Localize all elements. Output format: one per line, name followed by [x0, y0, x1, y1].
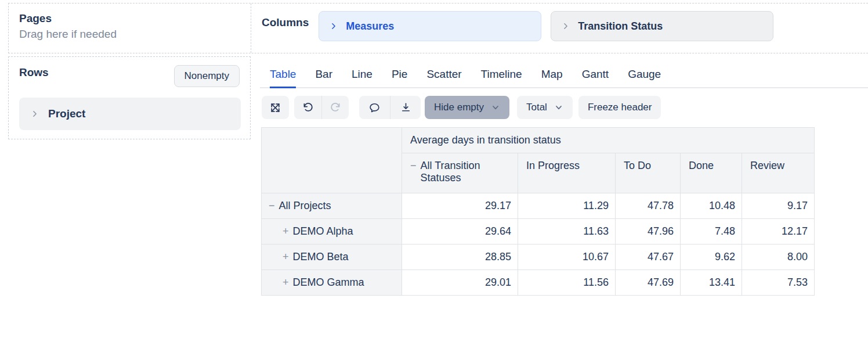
tab-pie[interactable]: Pie — [392, 62, 407, 87]
tab-gantt[interactable]: Gantt — [582, 62, 609, 87]
data-cell[interactable]: 8.00 — [742, 245, 815, 270]
data-cell[interactable]: 9.62 — [681, 245, 742, 270]
data-cell[interactable]: 28.85 — [402, 245, 518, 270]
pages-title: Pages — [19, 11, 240, 26]
collapse-icon[interactable]: − — [269, 200, 275, 212]
table-row-all-projects: −All Projects29.1711.2947.7810.489.17 — [262, 193, 815, 219]
chevron-down-icon — [491, 103, 500, 112]
row-header-demo-beta[interactable]: +DEMO Beta — [262, 245, 402, 270]
data-cell[interactable]: 47.67 — [616, 245, 681, 270]
comment-export-group — [359, 96, 421, 119]
data-cell[interactable]: 10.67 — [518, 245, 616, 270]
pages-dropzone[interactable]: Pages Drag here if needed — [9, 3, 251, 53]
row-header-label: All Projects — [279, 200, 331, 212]
rows-dimension-label: Project — [48, 107, 85, 120]
row-header-demo-gamma[interactable]: +DEMO Gamma — [262, 270, 402, 296]
column-header-content: In Progress — [526, 160, 607, 172]
tab-table[interactable]: Table — [270, 62, 296, 88]
column-header-in-progress[interactable]: In Progress — [518, 153, 616, 193]
column-header-content: Review — [750, 160, 806, 172]
data-cell[interactable]: 9.17 — [742, 193, 815, 219]
rows-dimension-project[interactable]: Project — [19, 98, 241, 130]
data-cell[interactable]: 7.48 — [681, 219, 742, 245]
row-header-all-projects[interactable]: −All Projects — [262, 193, 402, 219]
row-header-demo-alpha[interactable]: +DEMO Alpha — [262, 219, 402, 245]
pivot-table-container: Average days in transition status−All Tr… — [261, 127, 815, 296]
column-header-content: Done — [689, 160, 733, 172]
data-cell[interactable]: 29.17 — [402, 193, 518, 219]
column-header-label: To Do — [624, 160, 651, 172]
row-header-label: DEMO Alpha — [293, 225, 353, 238]
data-cell[interactable]: 29.01 — [402, 270, 518, 296]
export-button[interactable] — [390, 96, 421, 119]
rows-title: Rows — [19, 65, 49, 80]
expand-plus-icon[interactable]: + — [283, 225, 289, 238]
redo-icon — [330, 102, 342, 114]
columns-title: Columns — [262, 16, 309, 29]
columns-dimension-transition-status[interactable]: Transition Status — [551, 11, 773, 41]
tab-scatter[interactable]: Scatter — [426, 62, 461, 87]
column-header-to-do[interactable]: To Do — [616, 153, 681, 193]
column-header-label: In Progress — [526, 160, 580, 172]
data-cell[interactable]: 29.64 — [402, 219, 518, 245]
columns-chip-row: MeasuresTransition Status — [319, 11, 773, 41]
column-header-review[interactable]: Review — [742, 153, 815, 193]
undo-icon — [302, 102, 314, 114]
hide-empty-dropdown[interactable]: Hide empty — [425, 96, 509, 119]
chart-type-tabs: TableBarLinePieScatterTimelineMapGanttGa… — [260, 62, 868, 88]
columns-dimension-measures[interactable]: Measures — [319, 11, 541, 41]
data-cell[interactable]: 47.78 — [616, 193, 681, 219]
tab-bar[interactable]: Bar — [315, 62, 332, 87]
pivot-body: −All Projects29.1711.2947.7810.489.17+DE… — [262, 193, 815, 296]
download-icon — [400, 102, 412, 114]
data-cell[interactable]: 10.48 — [681, 193, 742, 219]
column-header-label: All Transition Statuses — [421, 160, 509, 184]
expand-all-button[interactable] — [262, 96, 289, 119]
column-header-done[interactable]: Done — [681, 153, 742, 193]
redo-button[interactable] — [321, 96, 349, 119]
total-dropdown[interactable]: Total — [517, 96, 573, 119]
pages-hint: Drag here if needed — [19, 26, 240, 42]
tab-map[interactable]: Map — [541, 62, 563, 87]
layout-top-band: Pages Drag here if needed Columns Measur… — [8, 3, 868, 53]
columns-dimension-label: Measures — [346, 20, 394, 33]
undo-button[interactable] — [294, 96, 321, 119]
pivot-head: Average days in transition status−All Tr… — [262, 128, 815, 193]
column-header-all-transition-statuses[interactable]: −All Transition Statuses — [402, 153, 518, 193]
data-cell[interactable]: 13.41 — [681, 270, 742, 296]
chevron-right-icon — [330, 22, 338, 30]
column-header-content: −All Transition Statuses — [410, 160, 509, 184]
table-row-demo-alpha: +DEMO Alpha29.6411.6347.967.4812.17 — [262, 219, 815, 245]
data-cell[interactable]: 11.63 — [518, 219, 616, 245]
nonempty-button[interactable]: Nonempty — [174, 65, 240, 87]
tab-gauge[interactable]: Gauge — [628, 62, 661, 87]
column-header-label: Done — [689, 160, 714, 172]
expand-plus-icon[interactable]: + — [283, 251, 289, 263]
collapse-icon[interactable]: − — [410, 160, 417, 172]
tab-line[interactable]: Line — [352, 62, 372, 87]
chevron-right-icon — [31, 110, 39, 118]
comment-button[interactable] — [359, 96, 390, 119]
data-cell[interactable]: 7.53 — [742, 270, 815, 296]
row-header-content: +DEMO Gamma — [283, 276, 402, 289]
expand-icon — [269, 102, 281, 114]
columns-dimension-label: Transition Status — [578, 20, 663, 33]
hide-empty-label: Hide empty — [434, 102, 484, 113]
total-label: Total — [526, 102, 547, 113]
expand-plus-icon[interactable]: + — [283, 276, 289, 289]
data-cell[interactable]: 11.56 — [518, 270, 616, 296]
data-cell[interactable]: 47.96 — [616, 219, 681, 245]
data-cell[interactable]: 47.69 — [616, 270, 681, 296]
table-row-demo-beta: +DEMO Beta28.8510.6747.679.628.00 — [262, 245, 815, 270]
columns-dropzone: Columns MeasuresTransition Status — [251, 3, 868, 53]
tab-timeline[interactable]: Timeline — [481, 62, 522, 87]
table-toolbar: Hide empty Total Freeze header — [262, 96, 661, 119]
undo-redo-group — [294, 96, 349, 119]
table-row-demo-gamma: +DEMO Gamma29.0111.5647.6913.417.53 — [262, 270, 815, 296]
row-header-label: DEMO Beta — [293, 251, 349, 263]
pivot-table: Average days in transition status−All Tr… — [261, 127, 815, 296]
freeze-header-button[interactable]: Freeze header — [578, 96, 661, 119]
measure-header-cell[interactable]: Average days in transition status — [402, 128, 815, 153]
data-cell[interactable]: 11.29 — [518, 193, 616, 219]
data-cell[interactable]: 12.17 — [742, 219, 815, 245]
